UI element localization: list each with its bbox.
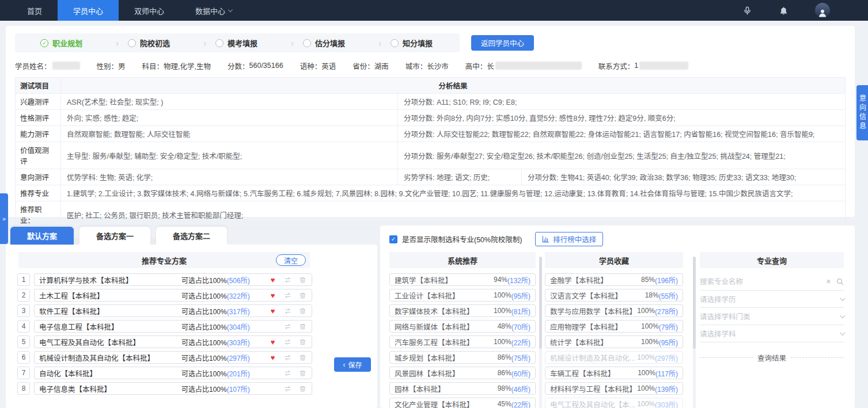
favorite-heart-icon[interactable]: ♥: [269, 292, 276, 299]
recommend-item[interactable]: 建筑学【本科批】 94% (132所): [389, 273, 536, 286]
plan-item-row[interactable]: 电子信息工程【本科批】 可选占比100%(304所) ♥: [34, 320, 312, 333]
swap-icon[interactable]: [284, 369, 291, 377]
nav-item[interactable]: 学员中心: [58, 0, 119, 21]
nav-item-label: 首页: [27, 5, 42, 16]
plan-tab[interactable]: 默认方案: [10, 227, 74, 245]
recommend-item[interactable]: 工业设计【本科批】 100% (95所): [389, 289, 536, 302]
subject-select[interactable]: 请选择学科: [700, 325, 844, 342]
delete-icon[interactable]: [299, 338, 306, 346]
school-count: (132所): [507, 275, 530, 285]
stepper-step[interactable]: ✓ 模考填报: [215, 37, 303, 48]
limit-filter-checkbox[interactable]: ✓: [389, 235, 397, 243]
swap-icon[interactable]: [284, 276, 291, 284]
swap-icon[interactable]: [284, 385, 291, 392]
favorite-item[interactable]: 车辆工程【本科批】 100% (117所): [545, 367, 683, 379]
field-label: 分数：: [228, 60, 249, 71]
student-field: 性别： 男: [97, 60, 126, 71]
plan-tab[interactable]: 备选方案二: [156, 227, 227, 245]
favorite-heart-icon[interactable]: ♥: [269, 338, 276, 346]
row-result: ASR(艺术型; 社会型; 现实型; ): [60, 94, 397, 109]
plan-item-row[interactable]: 自动化【本科批】 可选占比100%(201所) ♥: [34, 367, 312, 379]
delete-icon[interactable]: [299, 276, 306, 284]
favorite-heart-icon[interactable]: ♥: [269, 276, 276, 284]
delete-icon[interactable]: [299, 307, 306, 315]
favorite-item[interactable]: 数学与应用数学【本科批】 100% (278所): [545, 304, 683, 317]
nav-menu: 首页 学员中心 双师中心 数据中心: [0, 0, 248, 21]
plan-item-row[interactable]: 电气工程及其自动化【本科批】 可选占比100%(303所) ♥: [34, 335, 312, 348]
recommend-item[interactable]: 网络与新媒体【本科批】 48% (70所): [389, 320, 536, 333]
clear-search-icon[interactable]: ✕: [826, 278, 831, 285]
recommend-item[interactable]: 汽车服务工程【本科批】 100% (22所): [389, 335, 536, 348]
plan-item-row[interactable]: 计算机科学与技术【本科批】 可选占比100%(506所) ♥: [34, 273, 312, 286]
sidebar-expander[interactable]: »: [0, 193, 8, 244]
bar-chart-icon: [542, 235, 549, 243]
stepper-step[interactable]: ✓ 职业规划: [40, 37, 128, 48]
favorite-item[interactable]: 应用物理学【本科批】 100% (79所): [545, 320, 683, 333]
favorite-item[interactable]: 金融学【本科批】 85% (196所): [545, 273, 683, 286]
favorite-heart-icon[interactable]: ♥: [269, 307, 276, 315]
microphone-icon[interactable]: [742, 6, 752, 16]
bell-icon[interactable]: [779, 6, 789, 16]
favorite-heart-icon[interactable]: ♥: [269, 354, 276, 361]
row-label: 性格测评: [16, 110, 60, 125]
stepper-step[interactable]: ✓ 院校初选: [128, 37, 215, 48]
student-favorites-title: 学员收藏: [545, 252, 683, 268]
scrollbar-thumb[interactable]: [693, 257, 696, 349]
search-icon[interactable]: [836, 278, 844, 285]
selectable-ratio: 可选占比100%(201所): [181, 368, 250, 378]
plan-item-row[interactable]: 软件工程【本科批】 可选占比100%(317所) ♥: [34, 304, 312, 317]
filter-row: ✓ 是否显示限制选科专业(50%院校限制) 排行榜中选择: [380, 226, 855, 246]
stepper-step[interactable]: ✓ 估分填报: [303, 37, 391, 48]
favorite-item[interactable]: 机械设计制造及其自动化... 100% (297所): [545, 351, 683, 364]
plan-item-row[interactable]: 土木工程【本科批】 可选占比100%(322所) ♥: [34, 289, 312, 302]
subject-category-select[interactable]: 请选择学科门类: [700, 308, 844, 325]
row-result: 自然观察智能; 数理智能; 人际交往智能: [60, 126, 397, 142]
swap-icon[interactable]: [284, 338, 291, 346]
favorite-item[interactable]: 汉语言文学【本科批】 18% (55所): [545, 289, 683, 302]
swap-icon[interactable]: [284, 292, 291, 299]
recommend-item[interactable]: 园林【本科批】 98% (46所): [389, 382, 536, 395]
intention-info-tab[interactable]: 意向信息: [856, 85, 868, 140]
save-button[interactable]: ‹ 保存: [334, 357, 371, 372]
step-label: 估分填报: [315, 37, 345, 48]
plan-item-index: 7: [17, 367, 30, 379]
row-result: 1.建筑学; 2.工业设计; 3.数字媒体技术; 4.网络与新媒体; 5.汽车服…: [60, 185, 845, 201]
nav-item[interactable]: 首页: [12, 0, 58, 21]
favorite-item[interactable]: 电气工程及其自动化【本... 100% (303所): [545, 398, 683, 408]
scrollbar-thumb[interactable]: [539, 257, 542, 349]
plan-item: 4 电子信息工程【本科批】 可选占比100%(304所) ♥: [17, 320, 377, 333]
plan-item-row[interactable]: 电子信息类【本科批】 可选占比100%(107所) ♥: [34, 382, 312, 395]
education-level-select[interactable]: 请选择学历: [700, 291, 844, 308]
swap-icon[interactable]: [284, 354, 291, 361]
plan-tab[interactable]: 备选方案一: [79, 227, 150, 245]
back-to-student-center-button[interactable]: 返回学员中心: [471, 35, 534, 51]
recommend-item[interactable]: 风景园林【本科批】 86% (60所): [389, 367, 536, 379]
delete-icon[interactable]: [299, 369, 306, 377]
stepper-step[interactable]: ✓ 知分填报: [391, 37, 433, 48]
selectable-ratio: 可选占比100%(322所): [181, 291, 250, 300]
clear-button[interactable]: 清空: [276, 254, 306, 266]
delete-icon[interactable]: [299, 354, 306, 361]
nav-item[interactable]: 数据中心: [180, 0, 248, 21]
major-search-input[interactable]: [700, 278, 824, 286]
plan-item-index: 1: [17, 273, 30, 286]
delete-icon[interactable]: [299, 323, 306, 330]
recommend-item[interactable]: 数字媒体技术【本科批】 100% (81所): [389, 304, 536, 317]
user-avatar[interactable]: [815, 3, 830, 18]
school-count: (304所): [227, 323, 250, 331]
scrollbar[interactable]: [693, 257, 696, 408]
swap-icon[interactable]: [284, 323, 291, 330]
item-actions: ♥: [269, 323, 306, 330]
rank-select-button[interactable]: 排行榜中选择: [535, 232, 603, 246]
favorite-item[interactable]: 材料科学与工程【本科批】 100% (139所): [545, 382, 683, 395]
swap-icon[interactable]: [284, 307, 291, 315]
favorite-item[interactable]: 统计学【本科批】 100% (95所): [545, 335, 683, 348]
recommend-item[interactable]: 文化产业管理【本科批】 45% (22所): [389, 398, 536, 408]
delete-icon[interactable]: [299, 385, 306, 392]
plan-item-row[interactable]: 机械设计制造及其自动化【本科批】 可选占比100%(297所) ♥: [34, 351, 312, 364]
scrollbar[interactable]: [539, 257, 542, 408]
table-row: 推荐职业： 医护; 社工; 公务员; 银行职员; 技术主管和职能部门经理;: [16, 201, 845, 228]
delete-icon[interactable]: [299, 292, 306, 299]
recommend-item[interactable]: 城乡规划【本科批】 86% (75所): [389, 351, 536, 364]
nav-item[interactable]: 双师中心: [119, 0, 180, 21]
